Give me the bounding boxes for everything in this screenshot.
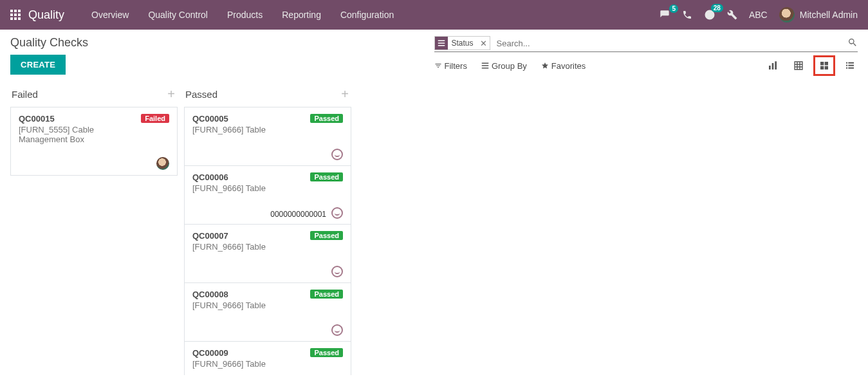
card-code: QC00015 [19, 114, 141, 124]
svg-rect-7 [14, 17, 17, 20]
status-badge: Passed [310, 172, 343, 181]
card-product: [FURN_9666] Table [192, 359, 266, 369]
menu-quality-control[interactable]: Quality Control [139, 6, 217, 24]
priority-icon[interactable] [331, 324, 343, 336]
debug-icon[interactable] [727, 10, 737, 20]
search-icon[interactable] [847, 37, 858, 50]
list-view-button[interactable] [842, 59, 858, 73]
status-badge: Failed [141, 114, 169, 123]
svg-rect-24 [846, 65, 847, 66]
svg-rect-5 [18, 14, 21, 16]
svg-rect-2 [18, 10, 21, 12]
card-code: QC00008 [192, 290, 266, 299]
card-code: QC00009 [192, 348, 266, 358]
menu-reporting[interactable]: Reporting [273, 6, 330, 24]
svg-rect-25 [848, 65, 854, 66]
svg-rect-11 [438, 45, 445, 46]
favorites-label: Favorites [551, 61, 586, 71]
status-badge: Passed [310, 114, 343, 123]
user-avatar-icon [779, 7, 795, 23]
card-lot: 0000000000001 [270, 210, 326, 219]
column-title: Failed [12, 89, 38, 100]
card-product: [FURN_9666] Table [192, 300, 266, 310]
column-header[interactable]: Passed + [184, 84, 351, 107]
svg-rect-26 [846, 68, 847, 69]
menu-products[interactable]: Products [218, 6, 272, 24]
priority-icon[interactable] [331, 207, 343, 219]
svg-rect-4 [14, 14, 17, 16]
kanban-column-passed: Passed + QC00005 [FURN_9666] Table Passe… [184, 84, 351, 375]
column-header[interactable]: Failed + [10, 84, 178, 107]
column-add-icon[interactable]: + [167, 88, 175, 100]
card-code: QC00006 [192, 172, 266, 182]
kanban-card[interactable]: QC00007 [FURN_9666] Table Passed [185, 225, 351, 283]
status-badge: Passed [310, 348, 343, 357]
group-by-dropdown[interactable]: Group By [481, 61, 527, 71]
status-badge: Passed [310, 290, 343, 299]
svg-rect-0 [10, 10, 13, 12]
kanban-card[interactable]: QC00015 [FURN_5555] Cable Management Box… [10, 107, 178, 176]
kanban-view-button[interactable] [817, 59, 832, 73]
app-title[interactable]: Quality [28, 8, 64, 22]
activities-badge: 28 [711, 4, 723, 12]
svg-rect-3 [10, 14, 13, 16]
assignee-avatar-icon[interactable] [156, 157, 169, 170]
create-button[interactable]: CREATE [10, 55, 66, 75]
svg-rect-23 [848, 62, 854, 64]
search-facet-status[interactable]: Status ✕ [434, 36, 490, 50]
messages-icon[interactable]: 5 [659, 10, 670, 20]
card-product: [FURN_9666] Table [192, 183, 266, 193]
priority-icon[interactable] [331, 149, 343, 160]
activities-icon[interactable]: 28 [704, 9, 716, 21]
main-menu: Overview Quality Control Products Report… [82, 6, 403, 24]
kanban-card[interactable]: QC00005 [FURN_9666] Table Passed [185, 107, 351, 166]
groupby-facet-icon [435, 37, 448, 50]
svg-rect-8 [18, 17, 21, 20]
filters-label: Filters [445, 61, 467, 71]
messages-badge: 5 [669, 5, 678, 13]
filters-dropdown[interactable]: Filters [434, 61, 467, 71]
svg-rect-12 [482, 63, 489, 64]
kanban-card[interactable]: QC00009 [FURN_9666] Table Passed [185, 342, 351, 375]
graph-view-button[interactable] [765, 59, 780, 73]
column-title: Passed [185, 89, 217, 100]
card-product: [FURN_5555] Cable Management Box [19, 125, 141, 144]
company-selector[interactable]: ABC [749, 10, 768, 20]
group-by-label: Group By [492, 61, 527, 71]
kanban-card[interactable]: QC00006 [FURN_9666] Table Passed 0000000… [185, 166, 351, 225]
phone-icon[interactable] [682, 10, 692, 20]
search-facet-label: Status [448, 39, 477, 48]
kanban-column-failed: Failed + QC00015 [FURN_5555] Cable Manag… [10, 84, 178, 375]
svg-rect-17 [775, 61, 777, 69]
topbar-right: 5 28 ABC Mitchell Admin [659, 7, 858, 23]
svg-rect-16 [772, 63, 774, 69]
svg-rect-10 [438, 42, 445, 44]
card-product: [FURN_9666] Table [192, 125, 266, 134]
top-navbar: Quality Overview Quality Control Product… [0, 0, 868, 30]
card-code: QC00007 [192, 231, 266, 241]
svg-rect-21 [825, 66, 828, 69]
menu-overview[interactable]: Overview [82, 6, 138, 24]
card-code: QC00005 [192, 114, 266, 124]
menu-configuration[interactable]: Configuration [331, 6, 403, 24]
svg-rect-13 [482, 65, 489, 66]
status-badge: Passed [310, 231, 343, 240]
pivot-view-button[interactable] [791, 59, 806, 73]
kanban-card[interactable]: QC00008 [FURN_9666] Table Passed [185, 283, 351, 342]
user-menu[interactable]: Mitchell Admin [779, 7, 858, 23]
svg-rect-22 [846, 62, 847, 64]
facet-remove-icon[interactable]: ✕ [477, 39, 490, 48]
kanban-board: Failed + QC00015 [FURN_5555] Cable Manag… [0, 79, 868, 375]
apps-icon[interactable] [10, 10, 21, 20]
favorites-dropdown[interactable]: Favorites [541, 61, 586, 71]
svg-rect-9 [438, 41, 445, 42]
search-bar: Status ✕ [434, 36, 858, 52]
svg-rect-27 [848, 68, 854, 69]
svg-rect-19 [825, 62, 828, 65]
column-add-icon[interactable]: + [341, 88, 349, 100]
search-input[interactable] [494, 37, 847, 50]
priority-icon[interactable] [331, 266, 343, 277]
page-title: Quality Checks [10, 36, 434, 50]
control-bottom-row: Filters Group By Favorites [434, 59, 858, 73]
view-switcher [765, 59, 858, 73]
